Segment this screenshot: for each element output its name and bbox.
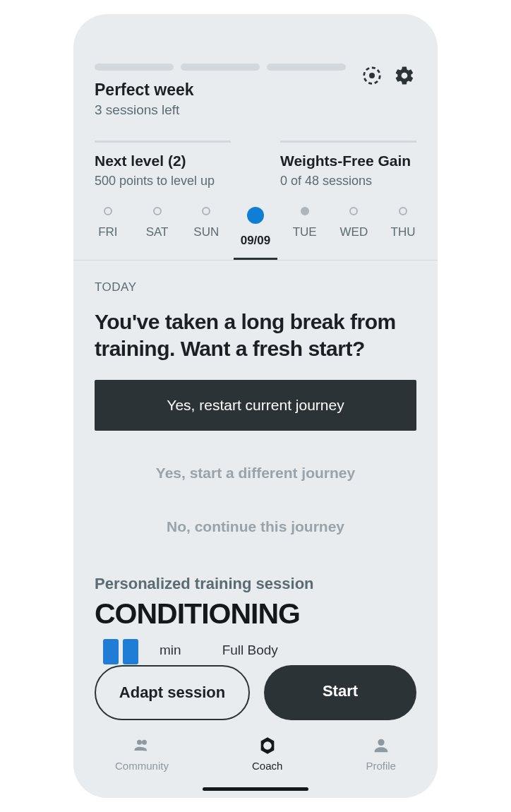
day-indicator	[104, 207, 112, 215]
day-indicator	[349, 207, 358, 215]
day-label: WED	[340, 225, 368, 239]
session-label: Personalized training session	[95, 575, 416, 593]
home-indicator	[203, 787, 308, 791]
day-indicator	[153, 207, 162, 215]
streak-bar	[95, 64, 174, 71]
day-indicator	[202, 207, 210, 215]
day-sun[interactable]: SUN	[184, 207, 228, 260]
journey-title: Weights-Free Gain	[280, 153, 416, 169]
perfect-week-title: Perfect week	[95, 80, 351, 100]
level-progress-bar	[95, 141, 231, 143]
level-block[interactable]: Next level (2) 500 points to level up	[95, 141, 231, 189]
start-different-journey-button[interactable]: Yes, start a different journey	[95, 446, 416, 500]
streak-bar	[181, 64, 260, 71]
day-label: SUN	[193, 225, 219, 239]
day-label: SAT	[146, 225, 169, 239]
top-bar: Perfect week 3 sessions left	[73, 64, 438, 118]
body-icon	[97, 636, 147, 664]
tab-profile[interactable]: Profile	[366, 736, 396, 772]
adapt-session-button[interactable]: Adapt session	[95, 665, 250, 720]
svg-point-1	[369, 73, 375, 78]
day-indicator-active	[247, 207, 264, 224]
level-title: Next level (2)	[95, 153, 231, 169]
tab-community[interactable]: Community	[115, 736, 169, 772]
session-meta: min Full Body	[95, 636, 416, 664]
day-selector: FRI SAT SUN 09/09 TUE WED	[73, 189, 438, 260]
day-wed[interactable]: WED	[332, 207, 375, 260]
restart-journey-button[interactable]: Yes, restart current journey	[95, 380, 416, 431]
day-sat[interactable]: SAT	[136, 207, 179, 260]
float-buttons: Adapt session Start	[73, 665, 438, 720]
today-heading: You've taken a long break from training.…	[95, 309, 416, 362]
journey-block[interactable]: Weights-Free Gain 0 of 48 sessions	[280, 141, 416, 189]
community-icon	[132, 736, 152, 756]
profile-icon	[371, 736, 391, 756]
streak-bar	[267, 64, 346, 71]
tab-label: Community	[115, 760, 169, 772]
day-fri[interactable]: FRI	[86, 207, 130, 260]
day-indicator	[301, 207, 309, 215]
continue-journey-button[interactable]: No, continue this journey	[95, 500, 416, 554]
day-label: TUE	[293, 225, 317, 239]
app-screen: Perfect week 3 sessions left Next level …	[73, 14, 438, 798]
day-tue[interactable]: TUE	[283, 207, 327, 260]
perfect-week-block: Perfect week 3 sessions left	[95, 64, 351, 118]
session-focus: Full Body	[222, 643, 278, 658]
day-thu[interactable]: THU	[381, 207, 425, 260]
session-duration: min	[160, 643, 181, 658]
svg-text:C: C	[265, 743, 270, 750]
streak-bars	[95, 64, 351, 71]
journey-progress-bar	[280, 141, 416, 143]
tab-label: Coach	[252, 760, 282, 772]
today-section: TODAY You've taken a long break from tra…	[73, 261, 438, 664]
day-label: 09/09	[241, 234, 271, 248]
level-sub: 500 points to level up	[95, 174, 231, 189]
session-name: CONDITIONING	[95, 597, 416, 631]
tab-bar: Community C Coach Profile	[73, 727, 438, 798]
progress-row: Next level (2) 500 points to level up We…	[73, 118, 438, 189]
today-eyebrow: TODAY	[95, 280, 416, 294]
tab-label: Profile	[366, 760, 396, 772]
day-label: THU	[391, 225, 416, 239]
streak-ring-icon[interactable]	[360, 64, 384, 88]
start-button[interactable]: Start	[264, 665, 416, 720]
tab-coach[interactable]: C Coach	[252, 736, 282, 772]
sessions-left: 3 sessions left	[95, 102, 351, 118]
day-indicator	[399, 207, 407, 215]
gear-icon[interactable]	[392, 64, 416, 88]
day-label: FRI	[98, 225, 117, 239]
journey-sub: 0 of 48 sessions	[280, 174, 416, 189]
coach-icon: C	[258, 736, 277, 756]
day-today[interactable]: 09/09	[234, 207, 277, 260]
